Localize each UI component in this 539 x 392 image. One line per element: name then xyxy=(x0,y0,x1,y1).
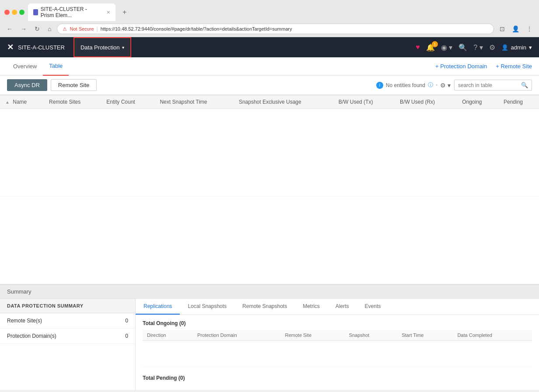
url-text: https://10.48.52.72:9440/console/#page/d… xyxy=(101,26,292,32)
toolbar-separator: • xyxy=(436,82,438,88)
table-header: ▲ Name Remote Sites Entity Count Next Sn… xyxy=(0,95,539,109)
table-body xyxy=(0,109,539,196)
async-dr-tab[interactable]: Async DR xyxy=(7,79,47,91)
top-navigation: ✕ SITE-A-CLUSTER Data Protection ▾ ♥ 🔔 1… xyxy=(0,37,539,57)
rep-th-protection-domain: Protection Domain xyxy=(193,330,280,341)
data-protection-label: Data Protection xyxy=(80,44,120,51)
browser-titlebar: SITE-A-CLUSTER - Prism Elem... ✕ + xyxy=(0,0,539,21)
user-chevron: ▾ xyxy=(529,44,532,51)
browser-tab[interactable]: SITE-A-CLUSTER - Prism Elem... ✕ xyxy=(28,4,116,21)
notification-badge: 1 xyxy=(432,41,438,47)
protection-domains-stat: Protection Domain(s) 0 xyxy=(0,329,135,344)
browser-chrome: SITE-A-CLUSTER - Prism Elem... ✕ + ← → ↻… xyxy=(0,0,539,37)
rep-th-start-time: Start Time xyxy=(397,330,453,341)
remote-sites-value: 0 xyxy=(125,318,128,324)
data-table-container: ▲ Name Remote Sites Entity Count Next Sn… xyxy=(0,95,539,284)
empty-table-row xyxy=(0,109,539,196)
user-menu[interactable]: 👤 admin ▾ xyxy=(501,44,532,51)
app-container: ✕ SITE-A-CLUSTER Data Protection ▾ ♥ 🔔 1… xyxy=(0,37,539,390)
health-icon[interactable]: ♥ xyxy=(416,43,420,51)
summary-tab-remote-snapshots[interactable]: Remote Snapshots xyxy=(234,299,295,315)
nav-back-button[interactable]: ← xyxy=(4,24,15,33)
search-box[interactable]: 🔍 xyxy=(454,80,532,91)
th-bw-tx: B/W Used (Tx) xyxy=(333,95,395,109)
rep-th-direction: Direction xyxy=(143,330,193,341)
search-icon: 🔍 xyxy=(521,82,528,88)
summary-tab-metrics[interactable]: Metrics xyxy=(295,299,328,315)
no-entities-text: No entities found xyxy=(386,82,425,88)
gear-settings-button[interactable]: ⚙ ▾ xyxy=(440,82,451,89)
search-input[interactable] xyxy=(458,82,519,88)
total-pending-label: Total Pending (0) xyxy=(143,371,532,385)
sub-navigation: Overview Table + Protection Domain + Rem… xyxy=(0,57,539,76)
replications-table-body xyxy=(143,341,532,367)
summary-tabs: Replications Local Snapshots Remote Snap… xyxy=(136,299,539,315)
warning-icon: ⚠ xyxy=(63,26,67,32)
not-secure-label: Not Secure xyxy=(70,26,94,32)
col-name: Name xyxy=(13,99,27,105)
close-dot[interactable] xyxy=(4,10,10,15)
browser-dots xyxy=(4,10,24,15)
tab-title: SITE-A-CLUSTER - Prism Elem... xyxy=(41,6,101,18)
replications-table-header: Direction Protection Domain Remote Site … xyxy=(143,330,532,341)
protection-domains-value: 0 xyxy=(125,333,128,339)
nav-refresh-button[interactable]: ↻ xyxy=(32,24,42,33)
browser-action-buttons: ⊡ 👤 ⋮ xyxy=(497,24,535,33)
minimize-dot[interactable] xyxy=(12,10,17,15)
summary-left-panel: DATA PROTECTION SUMMARY Remote Site(s) 0… xyxy=(0,299,136,390)
browser-menu-btn[interactable]: ⋮ xyxy=(524,24,535,33)
bell-icon[interactable]: 🔔 1 xyxy=(426,43,435,52)
remote-site-tab[interactable]: Remote Site xyxy=(51,79,97,91)
main-content: Async DR Remote Site i No entities found… xyxy=(0,76,539,390)
summary-header: Summary xyxy=(0,285,539,299)
tab-table[interactable]: Table xyxy=(43,57,69,76)
th-ongoing: Ongoing xyxy=(457,95,498,109)
table-header-row: ▲ Name Remote Sites Entity Count Next Sn… xyxy=(0,95,539,109)
cluster-status-icon[interactable]: ◉ ▾ xyxy=(441,43,452,52)
summary-content: DATA PROTECTION SUMMARY Remote Site(s) 0… xyxy=(0,299,539,390)
help-icon[interactable]: ? ▾ xyxy=(473,43,483,52)
tab-overview[interactable]: Overview xyxy=(7,57,43,76)
nav-home-button[interactable]: ⌂ xyxy=(46,24,53,33)
summary-tab-replications[interactable]: Replications xyxy=(136,299,180,315)
no-entities-status: i No entities found ⓘ • ⚙ ▾ xyxy=(376,81,451,89)
table-toolbar: Async DR Remote Site i No entities found… xyxy=(0,76,539,95)
add-remote-site-button[interactable]: + Remote Site xyxy=(496,63,532,70)
topnav-icons: ♥ 🔔 1 ◉ ▾ 🔍 ? ▾ ⚙ 👤 admin ▾ xyxy=(416,43,532,52)
summary-tab-events[interactable]: Events xyxy=(357,299,389,315)
maximize-dot[interactable] xyxy=(19,10,24,15)
summary-right-panel: Replications Local Snapshots Remote Snap… xyxy=(136,299,539,390)
nav-forward-button[interactable]: → xyxy=(18,24,29,33)
settings-icon[interactable]: ⚙ xyxy=(489,43,495,52)
browser-addressbar: ← → ↻ ⌂ ⚠ Not Secure | https://10.48.52.… xyxy=(0,21,539,37)
th-next-snapshot: Next Snapshot Time xyxy=(154,95,233,109)
summary-tab-local-snapshots[interactable]: Local Snapshots xyxy=(180,299,234,315)
remote-sites-label: Remote Site(s) xyxy=(7,318,42,324)
remote-sites-stat: Remote Site(s) 0 xyxy=(0,313,135,329)
rep-th-data-completed: Data Completed xyxy=(453,330,532,341)
data-table: ▲ Name Remote Sites Entity Count Next Sn… xyxy=(0,95,539,196)
browser-extensions-btn[interactable]: ⊡ xyxy=(497,24,507,33)
data-protection-chevron: ▾ xyxy=(122,45,124,50)
browser-user-btn[interactable]: 👤 xyxy=(510,24,522,33)
protection-domains-label: Protection Domain(s) xyxy=(7,333,56,339)
search-icon[interactable]: 🔍 xyxy=(458,43,467,52)
user-name: admin xyxy=(511,44,526,51)
th-snapshot-exclusive: Snapshot Exclusive Usage xyxy=(234,95,333,109)
data-protection-menu[interactable]: Data Protection ▾ xyxy=(74,37,131,57)
th-name: ▲ Name xyxy=(0,95,44,109)
replications-empty-cell xyxy=(143,341,532,367)
data-protection-summary-title: DATA PROTECTION SUMMARY xyxy=(0,299,135,313)
rep-th-snapshot: Snapshot xyxy=(345,330,398,341)
new-tab-button[interactable]: + xyxy=(119,7,130,18)
info-icon[interactable]: i xyxy=(376,82,383,89)
summary-tab-alerts[interactable]: Alerts xyxy=(328,299,357,315)
th-remote-sites: Remote Sites xyxy=(44,95,101,109)
add-protection-domain-button[interactable]: + Protection Domain xyxy=(435,63,487,70)
address-bar[interactable]: ⚠ Not Secure | https://10.48.52.72:9440/… xyxy=(57,24,494,34)
user-avatar-icon: 👤 xyxy=(501,44,508,51)
status-info-icon[interactable]: ⓘ xyxy=(428,81,433,89)
th-pending: Pending xyxy=(498,95,539,109)
tab-close-button[interactable]: ✕ xyxy=(106,10,110,15)
empty-table-cell xyxy=(0,109,539,196)
